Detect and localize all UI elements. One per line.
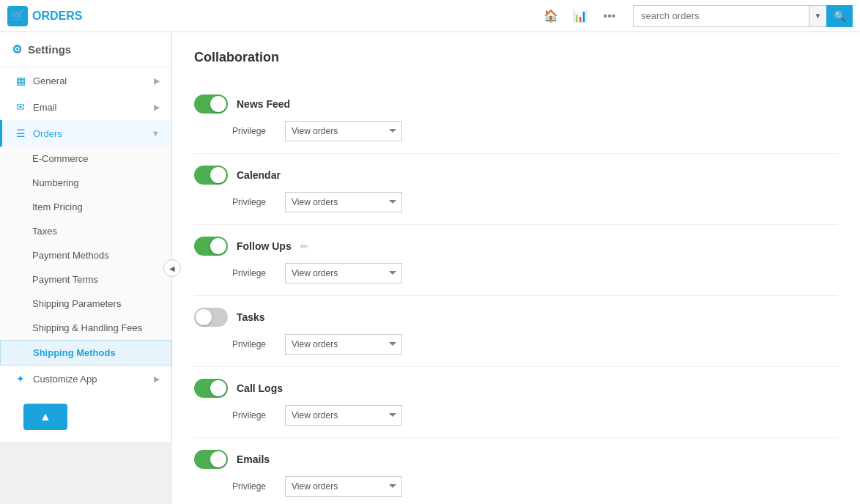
logo-icon: 🛒: [7, 6, 28, 26]
privilege-select-tasks[interactable]: View orders Edit orders Admin: [285, 334, 402, 355]
sidebar-subitem-shipping-handling-fees[interactable]: Shipping & Handling Fees: [0, 316, 171, 340]
toggle-call-logs[interactable]: [194, 379, 228, 398]
search-button[interactable]: 🔍: [826, 5, 853, 27]
sidebar-item-orders[interactable]: ☰ Orders ▼: [0, 120, 171, 147]
feature-name-call-logs: Call Logs: [237, 382, 283, 394]
privilege-select-wrapper-news-feed: View orders Edit orders Admin: [285, 121, 402, 141]
feature-top-news-feed: News Feed: [194, 94, 290, 114]
privilege-select-call-logs[interactable]: View orders Edit orders Admin: [285, 405, 402, 426]
toggle-calendar[interactable]: [194, 166, 228, 185]
feature-name-emails: Emails: [237, 453, 270, 465]
search-dropdown-button[interactable]: ▼: [809, 5, 826, 27]
privilege-select-emails[interactable]: View orders Edit orders Admin: [285, 476, 402, 497]
sidebar-subitem-numbering[interactable]: Numbering: [0, 171, 171, 195]
privilege-select-follow-ups[interactable]: View orders Edit orders Admin: [285, 263, 402, 284]
toggle-follow-ups[interactable]: [194, 237, 228, 256]
sidebar-item-label-general: General: [33, 75, 148, 86]
feature-top-tasks: Tasks: [194, 308, 265, 327]
sidebar-item-email[interactable]: ✉ Email ▶: [0, 94, 171, 120]
sidebar-subitem-taxes[interactable]: Taxes: [0, 219, 171, 243]
privilege-label-call-logs: Privilege: [232, 410, 276, 420]
chart-button[interactable]: 📊: [567, 3, 593, 29]
orders-subitems: E-Commerce Numbering Item Pricing Taxes …: [0, 147, 171, 366]
feature-row-calendar: Calendar Privilege View orders Edit orde…: [194, 154, 838, 225]
content-area: Collaboration News Feed Privilege View o…: [172, 32, 860, 504]
app-title: ORDERS: [32, 10, 82, 23]
email-icon: ✉: [14, 101, 27, 113]
sidebar-subitem-shipping-parameters[interactable]: Shipping Parameters: [0, 292, 171, 316]
sidebar-item-customize-app[interactable]: ✦ Customize App ▶: [0, 366, 171, 392]
orders-arrow-icon: ▼: [152, 129, 160, 138]
privilege-label-tasks: Privilege: [232, 339, 276, 349]
feature-top-calendar: Calendar: [194, 166, 281, 185]
feature-top-follow-ups: Follow Ups ✏: [194, 237, 308, 256]
edit-icon-follow-ups[interactable]: ✏: [300, 241, 308, 252]
privilege-select-wrapper-emails: View orders Edit orders Admin: [285, 476, 402, 497]
toggle-emails[interactable]: [194, 450, 228, 469]
orders-icon: ☰: [14, 127, 27, 139]
privilege-select-wrapper-call-logs: View orders Edit orders Admin: [285, 405, 402, 426]
home-button[interactable]: 🏠: [538, 3, 564, 29]
settings-icon: ⚙: [12, 42, 22, 56]
sidebar-item-label-customize: Customize App: [33, 374, 148, 385]
privilege-select-calendar[interactable]: View orders Edit orders Admin: [285, 192, 402, 212]
customize-icon: ✦: [14, 373, 27, 385]
privilege-row-follow-ups: Privilege View orders Edit orders Admin: [194, 263, 402, 284]
more-button[interactable]: •••: [596, 3, 623, 29]
privilege-label-news-feed: Privilege: [232, 126, 276, 136]
privilege-label-calendar: Privilege: [232, 197, 276, 207]
feature-row-call-logs: Call Logs Privilege View orders Edit ord…: [194, 367, 838, 438]
feature-row-follow-ups: Follow Ups ✏ Privilege View orders Edit …: [194, 225, 838, 296]
privilege-row-news-feed: Privilege View orders Edit orders Admin: [194, 121, 402, 141]
general-arrow-icon: ▶: [154, 76, 160, 86]
sidebar-item-label-orders: Orders: [33, 128, 146, 139]
general-icon: ▦: [14, 75, 27, 86]
header-icons: 🏠 📊 ••• ▼ 🔍: [538, 3, 853, 29]
feature-row-emails: Emails Privilege View orders Edit orders…: [194, 438, 838, 504]
scroll-up-button[interactable]: ▲: [23, 404, 67, 430]
feature-row-tasks: Tasks Privilege View orders Edit orders …: [194, 296, 838, 367]
customize-arrow-icon: ▶: [154, 374, 160, 384]
feature-name-news-feed: News Feed: [237, 98, 290, 110]
page-title: Collaboration: [194, 50, 838, 65]
feature-top-call-logs: Call Logs: [194, 379, 283, 398]
search-container: ▼ 🔍: [633, 5, 853, 27]
privilege-select-wrapper-follow-ups: View orders Edit orders Admin: [285, 263, 402, 284]
privilege-select-wrapper-tasks: View orders Edit orders Admin: [285, 334, 402, 355]
sidebar-nav: ▦ General ▶ ✉ Email ▶ ☰ Orders ▼: [0, 67, 171, 442]
up-button-container: ▲: [0, 392, 171, 442]
toggle-news-feed[interactable]: [194, 94, 228, 114]
privilege-row-calendar: Privilege View orders Edit orders Admin: [194, 192, 402, 212]
main-layout: ⚙ Settings ▦ General ▶ ✉ Email ▶: [0, 32, 860, 504]
sidebar-subitem-item-pricing[interactable]: Item Pricing: [0, 195, 171, 219]
privilege-label-follow-ups: Privilege: [232, 268, 276, 278]
privilege-select-news-feed[interactable]: View orders Edit orders Admin: [285, 121, 402, 141]
sidebar-title: Settings: [28, 43, 71, 56]
feature-name-calendar: Calendar: [237, 169, 281, 181]
sidebar-subitem-payment-methods[interactable]: Payment Methods: [0, 243, 171, 267]
privilege-row-call-logs: Privilege View orders Edit orders Admin: [194, 405, 402, 426]
sidebar-item-general[interactable]: ▦ General ▶: [0, 67, 171, 94]
sidebar-header: ⚙ Settings: [0, 32, 171, 67]
sidebar-subitem-shipping-methods[interactable]: Shipping Methods: [0, 340, 171, 366]
sidebar-subitem-ecommerce[interactable]: E-Commerce: [0, 147, 171, 171]
privilege-label-emails: Privilege: [232, 481, 276, 492]
feature-name-follow-ups: Follow Ups: [237, 240, 292, 252]
email-arrow-icon: ▶: [154, 103, 160, 112]
sidebar-item-label-email: Email: [33, 102, 148, 113]
sidebar-subitem-payment-terms[interactable]: Payment Terms: [0, 267, 171, 292]
privilege-row-tasks: Privilege View orders Edit orders Admin: [194, 334, 402, 355]
privilege-select-wrapper-calendar: View orders Edit orders Admin: [285, 192, 402, 212]
app-header: 🛒 ORDERS 🏠 📊 ••• ▼ 🔍: [0, 0, 860, 32]
search-input[interactable]: [633, 5, 809, 27]
toggle-tasks[interactable]: [194, 308, 228, 327]
sidebar-collapse-button[interactable]: ◀: [163, 259, 181, 277]
feature-top-emails: Emails: [194, 450, 270, 469]
privilege-row-emails: Privilege View orders Edit orders Admin: [194, 476, 402, 497]
sidebar-wrapper: ⚙ Settings ▦ General ▶ ✉ Email ▶: [0, 32, 172, 504]
feature-name-tasks: Tasks: [237, 311, 265, 323]
sidebar: ⚙ Settings ▦ General ▶ ✉ Email ▶: [0, 32, 172, 442]
feature-row-news-feed: News Feed Privilege View orders Edit ord…: [194, 83, 838, 154]
app-logo: 🛒 ORDERS: [7, 6, 82, 26]
